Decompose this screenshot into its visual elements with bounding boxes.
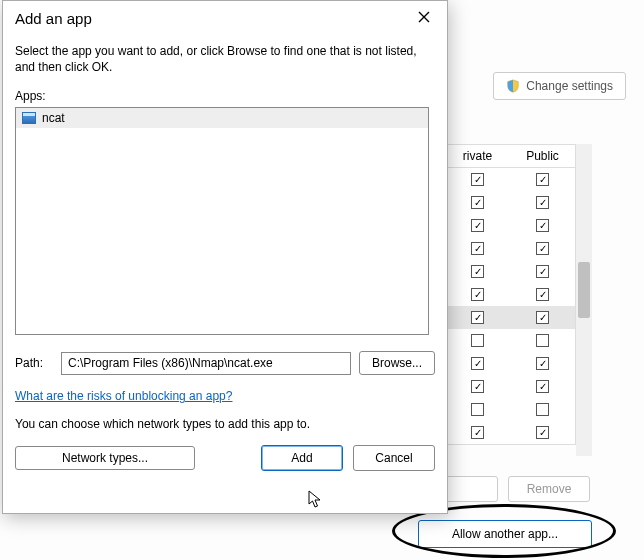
private-cell: [445, 219, 510, 232]
network-types-button[interactable]: Network types...: [15, 446, 195, 470]
public-cell: [510, 219, 575, 232]
public-cell: [510, 403, 575, 416]
public-cell: [510, 196, 575, 209]
private-checkbox[interactable]: [471, 242, 484, 255]
private-checkbox[interactable]: [471, 334, 484, 347]
private-checkbox[interactable]: [471, 196, 484, 209]
details-button[interactable]: [440, 476, 498, 502]
choose-net-types-text: You can choose which network types to ad…: [15, 417, 435, 431]
public-checkbox[interactable]: [536, 380, 549, 393]
table-row[interactable]: [445, 191, 575, 214]
apps-label: Apps:: [15, 89, 435, 103]
apps-listbox[interactable]: ncat: [15, 107, 429, 335]
risks-link[interactable]: What are the risks of unblocking an app?: [15, 389, 232, 403]
private-checkbox[interactable]: [471, 219, 484, 232]
list-item-label: ncat: [42, 111, 65, 125]
public-cell: [510, 265, 575, 278]
private-checkbox[interactable]: [471, 357, 484, 370]
dialog-title: Add an app: [15, 10, 92, 27]
add-button[interactable]: Add: [261, 445, 343, 471]
table-row[interactable]: [445, 329, 575, 352]
private-cell: [445, 173, 510, 186]
table-row[interactable]: [445, 237, 575, 260]
firewall-columns: rivate Public: [444, 144, 576, 445]
private-cell: [445, 426, 510, 439]
public-checkbox[interactable]: [536, 403, 549, 416]
scrollbar-thumb[interactable]: [578, 262, 590, 318]
private-cell: [445, 265, 510, 278]
table-row[interactable]: [445, 214, 575, 237]
public-checkbox[interactable]: [536, 196, 549, 209]
private-checkbox[interactable]: [471, 265, 484, 278]
dialog-instruction: Select the app you want to add, or click…: [15, 43, 435, 75]
public-checkbox[interactable]: [536, 219, 549, 232]
public-cell: [510, 380, 575, 393]
public-checkbox[interactable]: [536, 426, 549, 439]
path-label: Path:: [15, 356, 53, 370]
table-row[interactable]: [445, 352, 575, 375]
path-input[interactable]: [61, 352, 351, 375]
private-checkbox[interactable]: [471, 288, 484, 301]
public-checkbox[interactable]: [536, 311, 549, 324]
scrollbar[interactable]: [576, 144, 592, 456]
col-public[interactable]: Public: [510, 145, 575, 167]
table-row[interactable]: [445, 283, 575, 306]
col-private[interactable]: rivate: [445, 145, 510, 167]
close-button[interactable]: [411, 7, 437, 29]
change-settings-button[interactable]: Change settings: [493, 72, 626, 100]
app-window-icon: [22, 112, 36, 124]
table-row[interactable]: [445, 398, 575, 421]
allow-another-app-button[interactable]: Allow another app...: [418, 520, 592, 548]
private-cell: [445, 196, 510, 209]
public-checkbox[interactable]: [536, 242, 549, 255]
list-item[interactable]: ncat: [16, 108, 428, 128]
public-cell: [510, 242, 575, 255]
public-cell: [510, 334, 575, 347]
public-cell: [510, 426, 575, 439]
public-checkbox[interactable]: [536, 173, 549, 186]
public-checkbox[interactable]: [536, 334, 549, 347]
browse-button[interactable]: Browse...: [359, 351, 435, 375]
private-cell: [445, 334, 510, 347]
private-cell: [445, 288, 510, 301]
table-row[interactable]: [445, 306, 575, 329]
public-checkbox[interactable]: [536, 265, 549, 278]
public-cell: [510, 311, 575, 324]
table-row[interactable]: [445, 168, 575, 191]
table-row[interactable]: [445, 260, 575, 283]
public-cell: [510, 173, 575, 186]
private-cell: [445, 311, 510, 324]
change-settings-label: Change settings: [526, 79, 613, 93]
public-checkbox[interactable]: [536, 357, 549, 370]
public-cell: [510, 357, 575, 370]
cancel-button[interactable]: Cancel: [353, 445, 435, 471]
private-checkbox[interactable]: [471, 380, 484, 393]
remove-button[interactable]: Remove: [508, 476, 590, 502]
public-cell: [510, 288, 575, 301]
close-icon: [418, 9, 430, 27]
private-checkbox[interactable]: [471, 173, 484, 186]
private-cell: [445, 357, 510, 370]
table-row[interactable]: [445, 375, 575, 398]
private-cell: [445, 380, 510, 393]
private-cell: [445, 403, 510, 416]
private-cell: [445, 242, 510, 255]
shield-icon: [506, 79, 520, 93]
private-checkbox[interactable]: [471, 311, 484, 324]
private-checkbox[interactable]: [471, 403, 484, 416]
add-app-dialog: Add an app Select the app you want to ad…: [2, 0, 448, 514]
table-row[interactable]: [445, 421, 575, 444]
public-checkbox[interactable]: [536, 288, 549, 301]
private-checkbox[interactable]: [471, 426, 484, 439]
